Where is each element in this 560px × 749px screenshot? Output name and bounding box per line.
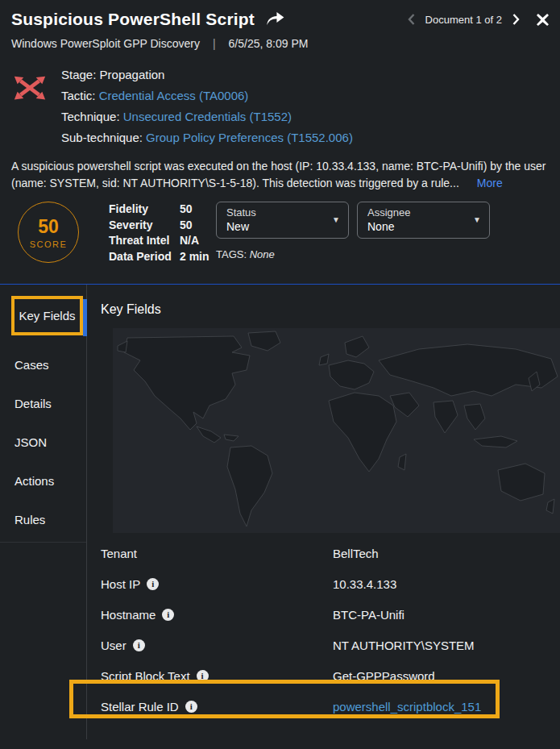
stage-value: Propagation — [100, 68, 165, 81]
sidebar-item-rules[interactable]: Rules — [0, 500, 86, 539]
field-value-script-block-text: Get-GPPPassword — [333, 669, 435, 683]
chevron-left-icon[interactable] — [408, 14, 415, 25]
assignee-dropdown[interactable]: Assignee None ▼ — [357, 202, 490, 239]
document-navigation: Document 1 of 2 — [408, 14, 549, 26]
technique-link[interactable]: Unsecured Credentials (T1552) — [123, 110, 292, 123]
alert-type-subtitle: Windows PowerSploit GPP Discovery — [11, 37, 200, 50]
info-icon[interactable]: i — [147, 578, 159, 590]
field-value-hostname: BTC-PA-Unifi — [333, 608, 404, 622]
alert-detail-panel: Suspicious PowerShell Script Document 1 … — [0, 0, 560, 749]
caret-down-icon: ▼ — [332, 215, 340, 224]
metric-label: Fidelity — [109, 202, 180, 218]
assignee-dropdown-value: None — [367, 220, 468, 233]
metric-value: 50 — [180, 202, 209, 218]
subtechnique-link[interactable]: Group Policy Preferences (T1552.006) — [146, 131, 353, 144]
close-icon[interactable] — [537, 14, 549, 26]
subtitle-separator: | — [213, 37, 216, 50]
metric-value: N/A — [180, 233, 209, 249]
metric-label: Severity — [109, 218, 180, 234]
sidebar-item-key-fields[interactable]: Key Fields — [11, 296, 83, 335]
field-row-host-ip: Host IPi 10.33.4.133 — [101, 568, 560, 599]
caret-down-icon: ▼ — [473, 215, 481, 224]
tactic-link[interactable]: Credential Access (TA0006) — [99, 89, 249, 102]
sidebar: Key Fields Cases Details JSON Actions Ru… — [0, 285, 87, 739]
key-fields-panel: Key Fields — [87, 285, 560, 739]
tags-line: TAGS: None — [216, 248, 275, 260]
score-label: SCORE — [30, 239, 68, 249]
world-map — [113, 328, 560, 533]
stage-line: Stage: Propagation — [61, 68, 353, 81]
field-value-host-ip: 10.33.4.133 — [333, 577, 396, 591]
chevron-right-icon[interactable] — [512, 14, 520, 25]
sidebar-item-json[interactable]: JSON — [0, 422, 86, 461]
metric-value: 50 — [180, 218, 209, 234]
crossed-arrows-icon — [11, 69, 48, 106]
score-section: 50 SCORE Fidelity50 Severity50 Threat In… — [0, 198, 560, 284]
sidebar-item-actions[interactable]: Actions — [0, 461, 86, 500]
sidebar-item-details[interactable]: Details — [0, 384, 86, 422]
metric-label: Data Period — [109, 249, 180, 265]
alert-description: A suspicious powershell script was execu… — [0, 144, 560, 192]
field-row-script-block-text: Script Block Texti Get-GPPPassword — [101, 660, 560, 691]
key-fields-list: Tenant BellTech Host IPi 10.33.4.133 Hos… — [101, 538, 560, 722]
status-dropdown[interactable]: Status New ▼ — [216, 202, 349, 239]
kill-chain-section: Stage: Propagation Tactic: Credential Ac… — [0, 50, 560, 144]
more-link[interactable]: More — [477, 177, 503, 189]
tags-value: None — [250, 248, 275, 260]
field-row-tenant: Tenant BellTech — [101, 538, 560, 568]
field-row-user: Useri NT AUTHORITY\SYSTEM — [101, 630, 560, 660]
info-icon[interactable]: i — [197, 670, 209, 682]
info-icon[interactable]: i — [133, 639, 145, 651]
panel-heading: Key Fields — [101, 302, 560, 317]
info-icon[interactable]: i — [162, 609, 174, 621]
score-value: 50 — [38, 216, 59, 238]
field-value-user: NT AUTHORITY\SYSTEM — [333, 639, 475, 652]
stellar-rule-id-link[interactable]: powershell_scriptblock_151 — [333, 700, 481, 714]
header: Suspicious PowerShell Script Document 1 … — [0, 0, 560, 50]
sidebar-divider — [0, 542, 86, 543]
field-row-stellar-rule-id: Stellar Rule IDi powershell_scriptblock_… — [101, 691, 560, 722]
sidebar-item-cases[interactable]: Cases — [0, 345, 86, 384]
field-row-hostname: Hostnamei BTC-PA-Unifi — [101, 599, 560, 630]
metrics-list: Fidelity50 Severity50 Threat IntelN/A Da… — [109, 202, 209, 264]
status-dropdown-value: New — [226, 220, 327, 233]
field-value-tenant: BellTech — [333, 547, 379, 560]
tactic-line: Tactic: Credential Access (TA0006) — [61, 89, 353, 102]
info-icon[interactable]: i — [185, 701, 197, 713]
share-forward-icon[interactable] — [264, 10, 285, 29]
page-title: Suspicious PowerShell Script — [11, 10, 255, 29]
assignee-dropdown-label: Assignee — [367, 206, 468, 218]
doc-nav-label: Document 1 of 2 — [425, 14, 502, 26]
metric-label: Threat Intel — [109, 233, 180, 249]
alert-timestamp: 6/5/25, 8:09 PM — [229, 37, 309, 50]
score-badge: 50 SCORE — [18, 202, 79, 263]
status-dropdown-label: Status — [226, 206, 327, 218]
subtechnique-line: Sub-technique: Group Policy Preferences … — [61, 131, 353, 144]
metric-value: 2 min — [180, 249, 209, 265]
technique-line: Technique: Unsecured Credentials (T1552) — [61, 110, 353, 123]
